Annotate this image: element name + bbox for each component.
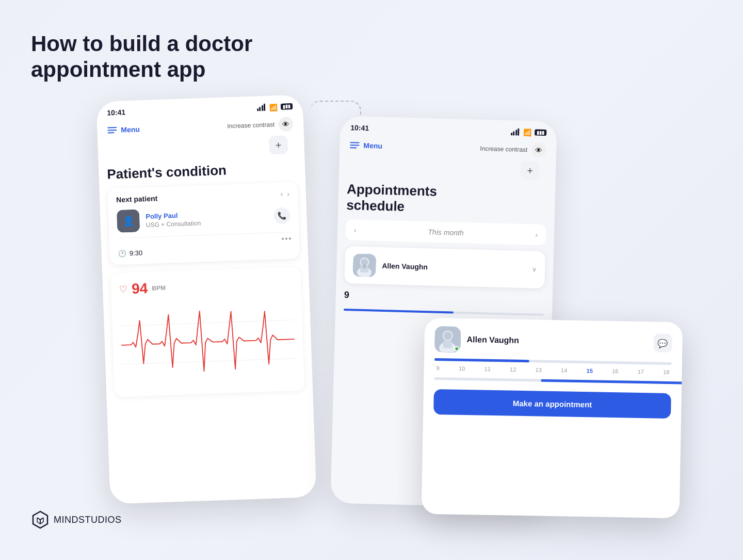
next-arrow[interactable]: › <box>287 189 289 198</box>
time-label-10: 10 <box>459 365 465 372</box>
phone1-menu-label: Menu <box>121 125 140 134</box>
phone3-content: Allen Vaughn 💬 9 10 11 12 13 14 15 16 17 <box>423 318 683 427</box>
mindstudios-logo-icon <box>31 510 50 529</box>
phone1-increase-contrast: Increase contrast <box>227 121 274 130</box>
time-progress-bar <box>434 358 672 365</box>
progress-bar-fill <box>344 309 454 314</box>
hamburger-icon2 <box>350 142 359 148</box>
logo: MINDSTUDIOS <box>31 510 122 529</box>
phone2-menu-label: Menu <box>363 141 382 150</box>
doctor-card: Allen Vaughn ∨ <box>344 246 545 289</box>
clock-icon: 🕐 <box>118 249 127 258</box>
doctor-avatar-svg <box>353 254 376 277</box>
card-divider <box>118 232 291 238</box>
phone1-eye-icon[interactable]: 👁 <box>279 117 294 132</box>
appointment-time: 9:30 <box>130 249 143 257</box>
next-patient-label: Next patient <box>116 194 158 204</box>
phone3-doctor-row: Allen Vaughn 💬 <box>434 326 672 356</box>
month-next-arrow[interactable]: › <box>535 231 538 239</box>
dot3 <box>289 237 291 239</box>
phone3-doctor-name: Allen Vaughn <box>466 335 647 347</box>
phone1-patient-condition: 10:41 📶 ▮▮▮ Menu Increase contrast 👁 + <box>96 94 317 504</box>
logo-bold: MIND <box>54 515 78 525</box>
phone3-booking: Allen Vaughn 💬 9 10 11 12 13 14 15 16 17 <box>422 318 683 519</box>
number-display: 9 <box>335 283 553 312</box>
dot1 <box>282 238 284 240</box>
phone1-time: 10:41 <box>107 108 125 117</box>
month-label: This month <box>428 228 464 237</box>
time-label-9: 9 <box>437 365 440 371</box>
time-label-14: 14 <box>561 367 567 373</box>
hamburger-icon <box>107 127 117 134</box>
phone1-add-button[interactable]: + <box>269 135 288 154</box>
patient-avatar-inner: 👤 <box>117 209 140 233</box>
phone2-menu-left[interactable]: Menu <box>350 141 382 150</box>
phone2-menu-right: Increase contrast 👁 <box>480 141 546 157</box>
wifi-icon: 📶 <box>269 103 278 111</box>
doctor-avatar <box>353 254 376 277</box>
heart-icon: ♡ <box>119 283 128 295</box>
phone2-status-icons: 📶 ▮▮▮ <box>511 128 547 137</box>
make-appointment-button[interactable]: Make an appointment <box>433 389 671 419</box>
svg-line-1 <box>121 320 294 326</box>
appointment-time-row: 🕐 9:30 <box>118 244 292 258</box>
bpm-unit: BPM <box>152 284 166 292</box>
phone2-eye-icon[interactable]: 👁 <box>531 142 546 157</box>
time-label-13: 13 <box>536 366 542 373</box>
time-label-16: 16 <box>612 368 618 374</box>
doctor-row: Allen Vaughn ∨ <box>353 254 537 281</box>
phone3-doctor-avatar <box>434 326 461 353</box>
online-indicator <box>454 346 459 351</box>
page-title: How to build a doctor appointment app <box>31 31 252 83</box>
phone2-time: 10:41 <box>350 123 369 132</box>
svg-rect-8 <box>362 264 366 268</box>
message-icon[interactable]: 💬 <box>653 333 672 353</box>
patient-avatar: 👤 <box>117 209 140 233</box>
next-patient-card: Next patient ‹ › 👤 Polly Paul USG + Cons… <box>107 182 300 265</box>
battery-icon: ▮▮▮ <box>281 103 293 110</box>
svg-rect-13 <box>443 341 452 348</box>
wifi-icon2: 📶 <box>523 128 531 136</box>
ecg-section: ♡ 94 BPM <box>110 267 304 397</box>
time-progress: 9 10 11 12 13 14 15 16 17 18 <box>434 358 672 384</box>
phone2-add-button[interactable]: + <box>521 161 540 180</box>
time-label-17: 17 <box>638 369 644 375</box>
time-label-18: 18 <box>663 369 669 375</box>
prev-arrow[interactable]: ‹ <box>280 190 283 198</box>
signal-icon2 <box>511 128 520 135</box>
patient-row: 👤 Polly Paul USG + Consultation 📞 <box>117 204 290 233</box>
battery-icon2: ▮▮▮ <box>535 129 546 136</box>
time-labels: 9 10 11 12 13 14 15 16 17 18 <box>434 365 672 375</box>
time-labels-row: 9 10 11 12 13 14 15 16 17 18 <box>434 365 671 379</box>
phone2-increase-contrast: Increase contrast <box>480 145 527 153</box>
phone2-screen-title: Appointments schedule <box>338 177 556 225</box>
next-patient-header: Next patient ‹ › <box>116 189 289 204</box>
ecg-chart <box>120 298 296 387</box>
time-progress-fill2 <box>541 379 683 385</box>
signal-icon <box>256 104 265 111</box>
dot2 <box>285 237 287 239</box>
month-prev-arrow[interactable]: ‹ <box>354 226 357 234</box>
ecg-header: ♡ 94 BPM <box>119 275 293 298</box>
phone1-menu-right: Increase contrast 👁 <box>227 117 294 133</box>
logo-regular: STUDIOS <box>78 515 122 525</box>
phone-call-icon[interactable]: 📞 <box>273 207 290 224</box>
doctor-name: Allen Vaughn <box>382 262 526 274</box>
time-label-11: 11 <box>484 366 490 372</box>
phone1-status-icons: 📶 ▮▮▮ <box>256 102 293 111</box>
logo-text: MINDSTUDIOS <box>54 515 122 525</box>
time-label-15: 15 <box>587 367 593 374</box>
patient-info: Polly Paul USG + Consultation <box>146 208 268 228</box>
chevron-down-icon[interactable]: ∨ <box>532 266 537 274</box>
time-label-12: 12 <box>510 366 516 373</box>
time-progress-fill <box>434 358 529 362</box>
nav-arrows[interactable]: ‹ › <box>280 189 289 198</box>
bpm-value: 94 <box>132 280 148 297</box>
phone1-menu-left[interactable]: Menu <box>107 125 140 134</box>
